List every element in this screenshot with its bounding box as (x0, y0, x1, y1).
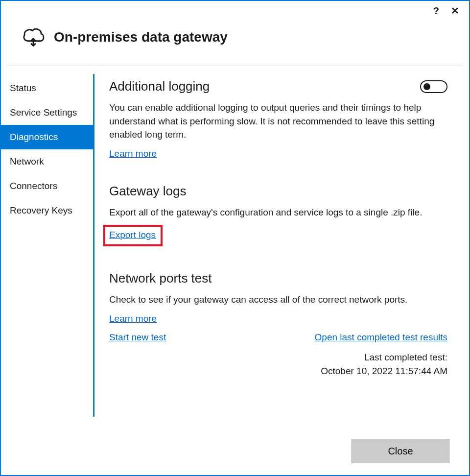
body: Status Service Settings Diagnostics Netw… (1, 66, 469, 417)
cloud-gateway-icon (21, 24, 46, 51)
content: Additional logging You can enable additi… (94, 71, 469, 417)
network-ports-desc: Check to see if your gateway can access … (109, 293, 447, 307)
section-network-ports: Network ports test Check to see if your … (109, 271, 447, 379)
close-icon[interactable]: ✕ (451, 6, 459, 16)
sidebar-item-recovery-keys[interactable]: Recovery Keys (1, 198, 93, 223)
page-title: On-premises data gateway (54, 29, 228, 45)
sidebar-item-status[interactable]: Status (1, 76, 93, 100)
additional-logging-title: Additional logging (109, 79, 210, 94)
sidebar-item-network[interactable]: Network (1, 149, 93, 174)
start-new-test-link[interactable]: Start new test (109, 332, 166, 343)
sidebar-item-diagnostics[interactable]: Diagnostics (1, 125, 93, 149)
open-last-results-link[interactable]: Open last completed test results (315, 332, 447, 343)
additional-logging-learn-more-link[interactable]: Learn more (109, 148, 157, 159)
app-window: ? ✕ On-premises data gateway Status Serv… (0, 0, 470, 476)
toggle-knob (423, 83, 430, 90)
section-gateway-logs: Gateway logs Export all of the gateway's… (109, 184, 447, 247)
gateway-logs-desc: Export all of the gateway's configuratio… (109, 206, 447, 219)
header: On-premises data gateway (1, 16, 469, 66)
last-test-value: October 10, 2022 11:57:44 AM (109, 364, 447, 379)
sidebar-item-service-settings[interactable]: Service Settings (1, 100, 93, 125)
gateway-logs-title: Gateway logs (109, 184, 447, 199)
additional-logging-toggle[interactable] (420, 80, 447, 93)
export-logs-link[interactable]: Export logs (109, 230, 156, 240)
sidebar: Status Service Settings Diagnostics Netw… (1, 71, 93, 417)
footer: Close (352, 439, 449, 463)
last-completed-test: Last completed test: October 10, 2022 11… (109, 351, 447, 379)
close-button[interactable]: Close (352, 439, 449, 463)
help-icon[interactable]: ? (433, 6, 439, 16)
additional-logging-desc: You can enable additional logging to out… (109, 101, 447, 142)
last-test-label: Last completed test: (109, 351, 447, 365)
sidebar-item-connectors[interactable]: Connectors (1, 174, 93, 198)
network-ports-title: Network ports test (109, 271, 447, 286)
titlebar: ? ✕ (1, 1, 469, 16)
network-ports-learn-more-link[interactable]: Learn more (109, 313, 157, 324)
section-additional-logging: Additional logging You can enable additi… (109, 79, 447, 159)
export-logs-highlight: Export logs (103, 225, 163, 246)
